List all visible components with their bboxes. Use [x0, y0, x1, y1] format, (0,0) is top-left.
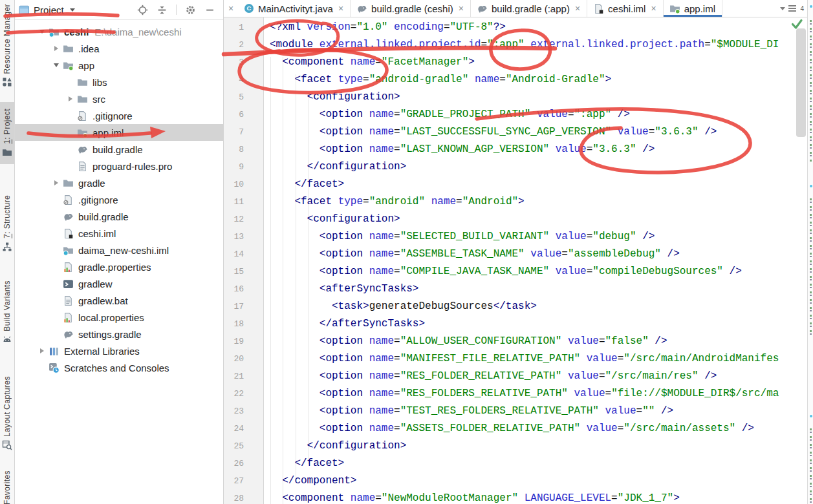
line-number: 11 [224, 193, 263, 211]
tree-item-label: gradlew.bat [78, 295, 128, 306]
tree-item-gradlew[interactable]: gradlew [15, 275, 223, 292]
code-line-9: </configuration> [270, 158, 796, 176]
layout-captures-icon [2, 440, 12, 450]
tab-label: MainActivityt.java [258, 3, 333, 14]
folder-icon [63, 178, 74, 189]
tree-item-src[interactable]: src [15, 90, 223, 107]
tool-window-button-build-variants[interactable]: Build Variants [0, 280, 14, 345]
code-line-21: <option name="RES_FOLDER_RELATIVE_PATH" … [270, 368, 796, 385]
tree-item-gradle[interactable]: gradle [15, 174, 223, 191]
tree-item-local.properties[interactable]: local.properties [15, 309, 223, 326]
chevron-down-icon [70, 8, 75, 12]
code-line-11: <facet type="android" name="Android"> [270, 193, 796, 211]
chevron-right-icon[interactable] [65, 96, 76, 101]
toolbar-separator [176, 5, 177, 15]
tool-window-label: 7: Structure [3, 195, 12, 238]
folder-green-icon [669, 3, 680, 14]
tab-mainactivityt.java[interactable]: CMainActivityt.java× [238, 0, 351, 17]
left-tool-window-bar: Resource Manager1: Project7: StructureBu… [0, 0, 15, 504]
tab-build.gradle--ceshi-[interactable]: build.gradle (ceshi)× [351, 0, 471, 17]
tree-item-scratches-and-consoles[interactable]: Scratches and Consoles [15, 359, 223, 376]
folder-green-icon [63, 60, 74, 71]
chevron-right-icon[interactable] [37, 348, 47, 353]
line-number: 6 [224, 106, 263, 123]
tree-item-external-libraries[interactable]: External Libraries [15, 342, 223, 359]
code-line-15: <option name="COMPILE_JAVA_TASK_NAME" va… [270, 263, 796, 280]
tree-item-libs[interactable]: libs [15, 74, 223, 90]
code-line-17: <task>generateDebugSources</task> [270, 298, 796, 315]
tab-close-icon[interactable]: × [575, 3, 580, 14]
line-number: 28 [224, 490, 263, 504]
tree-item-gradle.properties[interactable]: gradle.properties [15, 258, 223, 275]
inspection-ok-icon[interactable] [790, 18, 803, 30]
tool-window-button-favorites[interactable]: Favorites [0, 470, 14, 504]
tree-item-proguard-rules.pro[interactable]: proguard-rules.pro [15, 158, 223, 174]
tree-item-.gitignore[interactable]: .gitignore [15, 191, 223, 208]
tab-ceshi.iml[interactable]: ceshi.iml× [587, 0, 664, 17]
project-view-dropdown[interactable]: Project [19, 5, 75, 16]
line-number: 24 [224, 420, 263, 437]
scratches-icon [49, 362, 60, 373]
tree-item-gradlew.bat[interactable]: gradlew.bat [15, 292, 223, 309]
collapse-all-icon[interactable] [157, 5, 168, 16]
tree-item-.gitignore[interactable]: .gitignore [15, 107, 223, 124]
tab-close-icon[interactable]: × [651, 3, 656, 14]
editor-code-area[interactable]: <?xml version="1.0" encoding="UTF-8"?><m… [265, 17, 796, 504]
chevron-right-icon[interactable] [51, 46, 61, 51]
editor-tab-bar: ×CMainActivityt.java×build.gradle (ceshi… [224, 0, 813, 17]
tool-window-button-project[interactable]: 1: Project [0, 102, 14, 164]
tool-window-button-resource-manager[interactable]: Resource Manager [0, 4, 14, 87]
chevron-right-icon[interactable] [51, 180, 61, 185]
tree-item-settings.gradle[interactable]: settings.gradle [15, 326, 223, 342]
tree-item-label: settings.gradle [78, 329, 142, 340]
code-line-19: <option name="ALLOW_USER_CONFIGURATION" … [270, 333, 796, 350]
chevron-down-icon [780, 7, 785, 10]
tree-item-label: build.gradle [78, 211, 129, 222]
tree-item-build.gradle[interactable]: build.gradle [15, 208, 223, 225]
tab-close-icon[interactable]: × [459, 3, 464, 14]
tree-item-app[interactable]: app [15, 57, 223, 74]
settings-icon[interactable] [185, 5, 196, 16]
tree-item-label: External Libraries [64, 346, 140, 357]
code-line-2: <module external.linked.project.id=":app… [270, 36, 796, 54]
chevron-down-icon[interactable] [51, 63, 61, 67]
class-icon: C [244, 3, 254, 14]
hide-icon[interactable] [204, 5, 215, 16]
code-line-25: </configuration> [270, 437, 796, 455]
gradle-icon [356, 3, 367, 14]
tool-window-button-layout-captures[interactable]: Layout Captures [0, 376, 14, 450]
line-number: 9 [224, 158, 263, 176]
tree-item-app.iml[interactable]: app.iml [15, 124, 223, 141]
tree-item-.idea[interactable]: .idea [15, 40, 223, 57]
tree-item-ceshi[interactable]: ceshiE:\daima_new\ceshi [15, 23, 223, 40]
stray-tab-close-icon[interactable]: × [224, 0, 238, 17]
text-file-icon [77, 161, 88, 172]
tab-build.gradle---app-[interactable]: build.gradle (:app)× [471, 0, 587, 17]
tree-item-build.gradle[interactable]: build.gradle [15, 141, 223, 158]
tree-item-daima_new-ceshi.iml[interactable]: daima_new-ceshi.iml [15, 242, 223, 258]
sliver-dot [810, 415, 812, 417]
tab-close-icon[interactable]: × [338, 3, 343, 14]
line-number: 21 [224, 368, 263, 385]
editor-scrollbar-thumb[interactable] [796, 28, 806, 137]
tab-app.iml[interactable]: app.iml [664, 0, 722, 17]
locate-icon[interactable] [137, 5, 148, 16]
line-number: 2 [224, 36, 263, 54]
sliver-marks [810, 195, 812, 336]
line-number: 3 [224, 54, 263, 71]
line-number: 26 [224, 455, 263, 472]
tab-list-icon [788, 5, 797, 12]
tree-item-label: gradlew [78, 278, 113, 289]
tree-item-label: src [92, 94, 105, 105]
chevron-down-icon[interactable] [37, 30, 47, 34]
tree-item-label: gradle [78, 178, 105, 189]
line-number: 23 [224, 403, 263, 420]
code-line-28: <component name="NewModuleRootManager" L… [270, 490, 796, 504]
module-icon [63, 245, 74, 256]
tool-window-button-structure[interactable]: 7: Structure [0, 195, 14, 252]
tab-label: build.gradle (ceshi) [371, 3, 453, 14]
tree-item-label: Scratches and Consoles [64, 362, 169, 373]
svg-text:C: C [247, 5, 252, 12]
tree-item-ceshi.iml[interactable]: ceshi.iml [15, 225, 223, 242]
line-number: 5 [224, 89, 263, 106]
